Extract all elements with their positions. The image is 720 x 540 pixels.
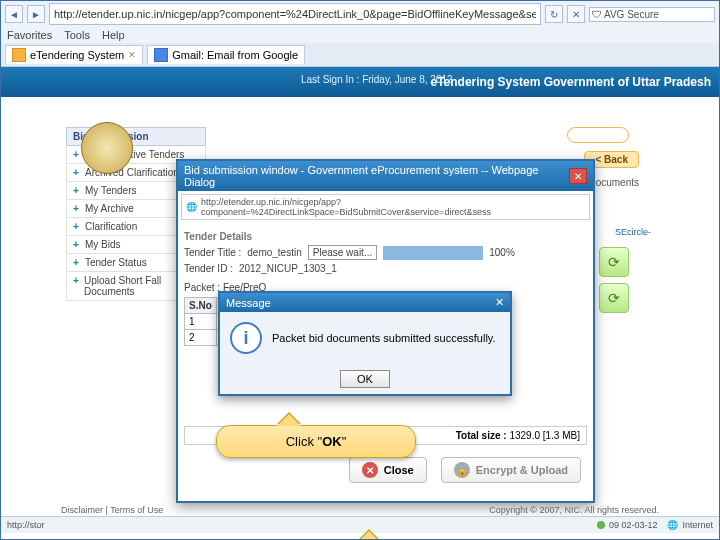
sidebar-item-label: My Archive bbox=[85, 203, 134, 214]
address-bar[interactable] bbox=[49, 3, 541, 25]
callout-text: " bbox=[342, 434, 347, 449]
callout-emph: OK bbox=[322, 434, 342, 449]
progress-percent: 100% bbox=[489, 247, 515, 258]
tab-label: eTendering System bbox=[30, 49, 124, 61]
cell-sno: 2 bbox=[185, 330, 217, 346]
search-engine-icon: 🛡 bbox=[592, 9, 602, 20]
app-header: Last Sign In : Friday, June 8, 2012 eTen… bbox=[1, 67, 719, 97]
search-box[interactable]: 🛡 AVG Secure bbox=[589, 7, 715, 22]
tab-label: Gmail: Email from Google bbox=[172, 49, 298, 61]
status-date: 09 02-03-12 bbox=[609, 520, 658, 530]
app-title: eTendering System Government of Uttar Pr… bbox=[430, 75, 711, 89]
sidebar-item-label: Tender Status bbox=[85, 257, 147, 268]
total-value: 1329.0 [1.3 MB] bbox=[509, 430, 580, 441]
last-signin: Last Sign In : Friday, June 8, 2012 bbox=[301, 74, 453, 85]
favicon-icon bbox=[154, 48, 168, 62]
upload-row-action-icon[interactable]: ⟳ bbox=[599, 247, 629, 277]
dialog-address: 🌐 http://etender.up.nic.in/nicgep/app?co… bbox=[181, 194, 590, 220]
status-zone: Internet bbox=[682, 520, 713, 530]
status-dot-icon bbox=[597, 521, 605, 529]
encrypt-upload-button[interactable]: 🔒 Encrypt & Upload bbox=[441, 457, 581, 483]
dialog-close-icon[interactable]: ✕ bbox=[569, 168, 587, 184]
close-button-label: Close bbox=[384, 464, 414, 476]
dialog-url-text: http://etender.up.nic.in/nicgep/app?comp… bbox=[201, 197, 585, 217]
tab-close-icon[interactable]: ✕ bbox=[128, 50, 136, 60]
sidebar-item-label: Clarification bbox=[85, 221, 137, 232]
tab-gmail[interactable]: Gmail: Email from Google bbox=[147, 45, 305, 64]
stop-icon[interactable]: ✕ bbox=[567, 5, 585, 23]
expand-icon: + bbox=[73, 221, 81, 232]
tender-title-label: Tender Title : bbox=[184, 247, 241, 258]
menu-favorites[interactable]: Favorites bbox=[7, 29, 52, 41]
refresh-icon[interactable]: ↻ bbox=[545, 5, 563, 23]
message-dialog: Message ✕ i Packet bid documents submitt… bbox=[218, 291, 512, 396]
globe-icon: 🌐 bbox=[667, 520, 678, 530]
tender-details-heading: Tender Details bbox=[184, 231, 587, 242]
sidebar-item-label: My Tenders bbox=[85, 185, 137, 196]
menu-tools[interactable]: Tools bbox=[64, 29, 90, 41]
callout-text: Click " bbox=[286, 434, 322, 449]
search-engine-label: AVG Secure bbox=[604, 9, 659, 20]
progress-label: Please wait... bbox=[308, 245, 377, 260]
expand-icon: + bbox=[73, 257, 81, 268]
lock-icon: 🌐 bbox=[186, 202, 197, 212]
expand-icon: + bbox=[73, 149, 81, 160]
footer-left[interactable]: Disclaimer | Terms of Use bbox=[61, 505, 163, 515]
favicon-icon bbox=[12, 48, 26, 62]
message-close-icon[interactable]: ✕ bbox=[495, 296, 504, 309]
sidebar-item-label: My Bids bbox=[85, 239, 121, 250]
tender-id-label: Tender ID : bbox=[184, 263, 233, 274]
expand-icon: + bbox=[73, 275, 80, 286]
lock-icon: 🔒 bbox=[454, 462, 470, 478]
ok-button[interactable]: OK bbox=[340, 370, 390, 388]
state-emblem-icon bbox=[81, 122, 133, 174]
message-text: Packet bid documents submitted successfu… bbox=[272, 332, 496, 344]
nav-fwd-icon[interactable]: ► bbox=[27, 5, 45, 23]
expand-icon: + bbox=[73, 239, 81, 250]
expand-icon: + bbox=[73, 203, 81, 214]
cell-sno: 1 bbox=[185, 314, 217, 330]
status-url: http://stor bbox=[7, 520, 45, 530]
encrypt-button-label: Encrypt & Upload bbox=[476, 464, 568, 476]
close-circle-icon: ✕ bbox=[362, 462, 378, 478]
tab-etendering[interactable]: eTendering System ✕ bbox=[5, 45, 143, 64]
info-icon: i bbox=[230, 322, 262, 354]
col-sno: S.No bbox=[185, 298, 217, 314]
dialog-title: Bid submission window - Government eProc… bbox=[184, 164, 569, 188]
progress-bar bbox=[383, 246, 483, 260]
close-button[interactable]: ✕ Close bbox=[349, 457, 427, 483]
callout-click-ok: Click "OK" bbox=[216, 425, 416, 458]
footer-right: Copyright © 2007, NIC. All rights reserv… bbox=[489, 505, 659, 515]
section-label: SEcircle- bbox=[615, 227, 651, 237]
upload-row-action-icon[interactable]: ⟳ bbox=[599, 283, 629, 313]
total-label: Total size : bbox=[456, 430, 507, 441]
message-title: Message bbox=[226, 297, 271, 309]
tender-title-value: demo_testin bbox=[247, 247, 301, 258]
tender-id-value: 2012_NICUP_1303_1 bbox=[239, 263, 337, 274]
menu-help[interactable]: Help bbox=[102, 29, 125, 41]
expand-icon: + bbox=[73, 167, 81, 178]
nav-back-icon[interactable]: ◄ bbox=[5, 5, 23, 23]
expand-icon: + bbox=[73, 185, 81, 196]
